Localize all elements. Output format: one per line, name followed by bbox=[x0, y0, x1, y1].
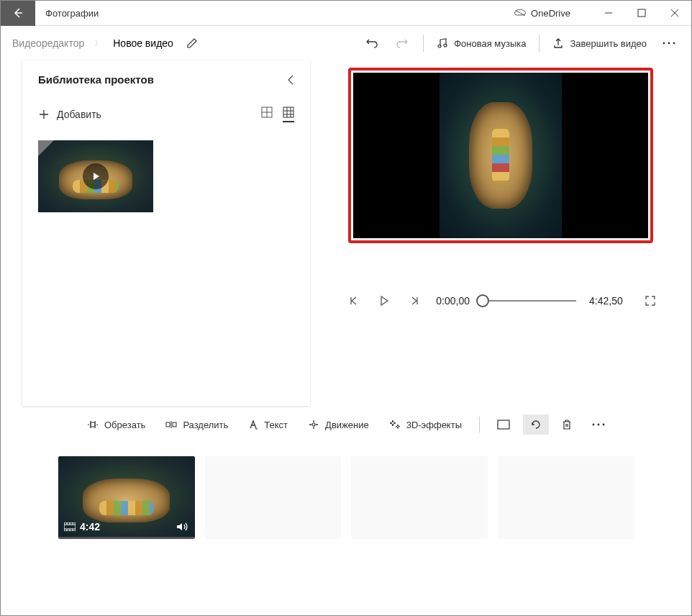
svg-point-15 bbox=[603, 424, 605, 426]
video-preview[interactable] bbox=[353, 73, 648, 238]
add-label: Добавить bbox=[57, 109, 101, 120]
timeline-more-button[interactable] bbox=[585, 419, 612, 430]
svg-point-3 bbox=[663, 42, 665, 45]
add-media-button[interactable]: Добавить bbox=[38, 106, 101, 123]
undo-button[interactable] bbox=[357, 32, 387, 54]
svg-rect-9 bbox=[166, 422, 170, 427]
timeline-toolbar: Обрезать Разделить Текст Движение 3D-эфф… bbox=[1, 406, 691, 439]
prev-frame-button[interactable] bbox=[345, 292, 363, 309]
text-icon bbox=[248, 420, 258, 430]
back-button[interactable] bbox=[1, 1, 35, 26]
redo-button[interactable] bbox=[387, 32, 417, 54]
onedrive-button[interactable]: OneDrive bbox=[514, 6, 570, 19]
player-controls: 0:00,00 4:42,50 bbox=[332, 292, 670, 309]
svg-point-11 bbox=[312, 423, 315, 426]
preview-area: 0:00,00 4:42,50 bbox=[310, 60, 691, 406]
export-icon bbox=[552, 37, 564, 49]
split-button[interactable]: Разделить bbox=[158, 415, 235, 435]
content-area: Библиотека проектов Добавить bbox=[1, 60, 691, 406]
collapse-library-button[interactable] bbox=[287, 74, 294, 86]
music-icon bbox=[437, 37, 448, 49]
maximize-button[interactable] bbox=[625, 1, 658, 26]
window-controls bbox=[592, 1, 691, 26]
grid-large-icon bbox=[261, 107, 273, 118]
timeline-empty-slot[interactable] bbox=[498, 456, 634, 539]
app-title: Фотографии bbox=[45, 8, 514, 19]
plus-icon bbox=[38, 109, 50, 120]
minimize-button[interactable] bbox=[592, 1, 625, 26]
rename-button[interactable] bbox=[186, 37, 198, 49]
separator bbox=[479, 417, 480, 432]
duration: 4:42,50 bbox=[589, 295, 623, 307]
svg-point-1 bbox=[438, 45, 441, 47]
background-music-button[interactable]: Фоновая музыка bbox=[429, 33, 533, 53]
bg-music-label: Фоновая музыка bbox=[454, 38, 526, 49]
seek-slider[interactable] bbox=[483, 300, 576, 302]
current-time: 0:00,00 bbox=[436, 295, 470, 307]
timeline-clip[interactable]: 4:42 bbox=[58, 456, 195, 539]
timeline-empty-slot[interactable] bbox=[351, 456, 488, 539]
view-small-button[interactable] bbox=[283, 107, 294, 122]
svg-point-5 bbox=[673, 42, 675, 45]
separator bbox=[539, 35, 540, 52]
more-icon bbox=[592, 423, 605, 426]
svg-rect-8 bbox=[91, 422, 95, 427]
split-icon bbox=[165, 420, 177, 430]
3d-effects-button[interactable]: 3D-эффекты bbox=[382, 415, 469, 435]
trim-button[interactable]: Обрезать bbox=[80, 415, 152, 435]
preview-highlight-frame bbox=[348, 68, 653, 243]
aspect-ratio-button[interactable] bbox=[490, 415, 517, 434]
sparkle-icon bbox=[389, 419, 401, 430]
grid-small-icon bbox=[283, 107, 294, 118]
split-label: Разделить bbox=[183, 420, 228, 430]
onedrive-label: OneDrive bbox=[531, 8, 570, 19]
clip-duration: 4:42 bbox=[80, 521, 100, 533]
close-button[interactable] bbox=[658, 1, 691, 26]
film-icon bbox=[64, 522, 76, 531]
chevron-right-icon: 〉 bbox=[94, 37, 103, 50]
rotate-icon bbox=[530, 419, 542, 430]
svg-rect-7 bbox=[283, 107, 293, 117]
separator bbox=[423, 35, 424, 52]
fullscreen-button[interactable] bbox=[645, 295, 656, 307]
aspect-icon bbox=[497, 420, 510, 430]
breadcrumb-editor[interactable]: Видеоредактор bbox=[8, 35, 88, 52]
breadcrumb-project-name[interactable]: Новое видео bbox=[109, 35, 178, 52]
undo-icon bbox=[365, 37, 378, 50]
timeline-track[interactable]: 4:42 bbox=[1, 439, 691, 539]
view-large-button[interactable] bbox=[261, 107, 273, 122]
more-button[interactable] bbox=[654, 37, 684, 49]
main-toolbar: Видеоредактор 〉 Новое видео Фоновая музы… bbox=[1, 26, 691, 60]
delete-button[interactable] bbox=[555, 415, 579, 435]
rotate-button[interactable] bbox=[523, 415, 549, 435]
svg-rect-12 bbox=[498, 420, 509, 429]
speaker-icon bbox=[176, 522, 189, 532]
rotated-video-content bbox=[440, 73, 562, 238]
svg-rect-10 bbox=[173, 422, 176, 427]
trim-icon bbox=[87, 420, 99, 430]
app-window: Фотографии OneDrive Видеоредактор 〉 Ново… bbox=[0, 0, 692, 616]
motion-button[interactable]: Движение bbox=[301, 415, 376, 435]
more-icon bbox=[663, 42, 675, 45]
motion-label: Движение bbox=[325, 420, 369, 430]
breadcrumb: Видеоредактор 〉 Новое видео bbox=[8, 35, 178, 52]
svg-point-2 bbox=[444, 44, 447, 47]
3d-effects-label: 3D-эффекты bbox=[406, 420, 462, 430]
trash-icon bbox=[562, 419, 572, 430]
play-button[interactable] bbox=[375, 292, 393, 309]
motion-icon bbox=[308, 419, 319, 430]
text-button[interactable]: Текст bbox=[241, 415, 295, 435]
project-library-panel: Библиотека проектов Добавить bbox=[22, 60, 310, 406]
titlebar: Фотографии OneDrive bbox=[1, 1, 691, 26]
svg-point-4 bbox=[668, 42, 670, 45]
trim-label: Обрезать bbox=[104, 420, 145, 430]
svg-rect-0 bbox=[638, 9, 645, 17]
text-label: Текст bbox=[264, 420, 288, 430]
library-title: Библиотека проектов bbox=[38, 73, 154, 86]
timeline-empty-slot[interactable] bbox=[205, 456, 342, 539]
finish-video-button[interactable]: Завершить видео bbox=[545, 33, 654, 53]
cloud-icon bbox=[514, 6, 527, 19]
next-frame-button[interactable] bbox=[406, 292, 423, 309]
library-clip-thumbnail[interactable] bbox=[38, 140, 153, 212]
svg-point-13 bbox=[593, 424, 595, 426]
